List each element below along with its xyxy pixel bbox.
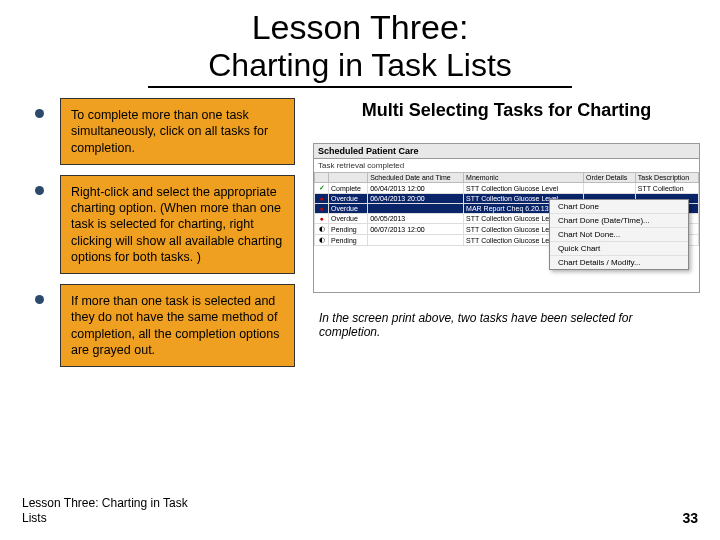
context-menu-item[interactable]: Quick Chart bbox=[550, 242, 688, 256]
right-column: Multi Selecting Tasks for Charting Sched… bbox=[295, 98, 700, 377]
slide-title-block: Lesson Three: Charting in Task Lists bbox=[0, 0, 720, 88]
table-header: Mnemonic bbox=[464, 173, 584, 183]
context-menu: Chart DoneChart Done (Date/Time)...Chart… bbox=[549, 199, 689, 270]
bullet-item: If more than one task is selected and th… bbox=[60, 284, 295, 367]
filter-text: Task retrieval completed bbox=[314, 159, 699, 172]
screenshot-caption: In the screen print above, two tasks hav… bbox=[313, 311, 700, 339]
title-main: Lesson Three: bbox=[0, 8, 720, 47]
table-header bbox=[315, 173, 329, 183]
table-header: Scheduled Date and Time bbox=[368, 173, 464, 183]
table-header bbox=[329, 173, 368, 183]
page-number: 33 bbox=[682, 510, 698, 526]
table-header: Order Details bbox=[583, 173, 635, 183]
table-header: Task Description bbox=[635, 173, 698, 183]
right-heading: Multi Selecting Tasks for Charting bbox=[313, 100, 700, 121]
title-sub: Charting in Task Lists bbox=[148, 47, 572, 88]
left-column: To complete more than one task simultane… bbox=[60, 98, 295, 377]
panel-title: Scheduled Patient Care bbox=[314, 144, 699, 159]
table-row[interactable]: ✓Complete06/04/2013 12:00STT Collection … bbox=[315, 183, 699, 194]
footer-left: Lesson Three: Charting in Task Lists bbox=[22, 496, 192, 526]
context-menu-item[interactable]: Chart Done (Date/Time)... bbox=[550, 214, 688, 228]
bullet-item: To complete more than one task simultane… bbox=[60, 98, 295, 165]
context-menu-item[interactable]: Chart Done bbox=[550, 200, 688, 214]
embedded-screenshot: Scheduled Patient Care Task retrieval co… bbox=[313, 143, 700, 293]
context-menu-item[interactable]: Chart Not Done... bbox=[550, 228, 688, 242]
content-area: To complete more than one task simultane… bbox=[0, 88, 720, 377]
bullet-item: Right-click and select the appropriate c… bbox=[60, 175, 295, 274]
context-menu-item[interactable]: Chart Details / Modify... bbox=[550, 256, 688, 269]
